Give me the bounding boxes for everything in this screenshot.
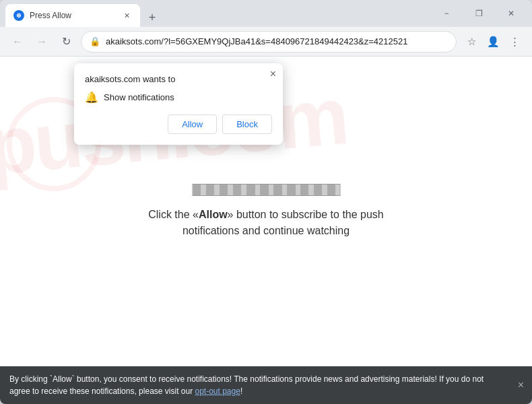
permission-text: Show notifications bbox=[104, 92, 174, 102]
active-tab[interactable]: ⊕ Press Allow ✕ bbox=[5, 4, 140, 27]
bottom-bar-text-before: By clicking `Allow` button, you consent … bbox=[9, 374, 484, 396]
account-button[interactable]: 👤 bbox=[484, 32, 502, 51]
allow-button[interactable]: Allow bbox=[168, 114, 217, 134]
popup-title: akaiksots.com wants to bbox=[85, 74, 272, 84]
progress-container: Click the «Allow» button to subscribe to… bbox=[133, 184, 399, 239]
popup-permission: 🔔 Show notifications bbox=[85, 91, 272, 104]
url-text: akaiksots.com/?l=56GXEMY9QjJBa41&s=48409… bbox=[106, 36, 448, 46]
tab-close-button[interactable]: ✕ bbox=[121, 10, 132, 21]
forward-button[interactable]: → bbox=[32, 32, 51, 51]
close-window-button[interactable]: ✕ bbox=[496, 3, 527, 24]
bottom-notification-bar: By clicking `Allow` button, you consent … bbox=[0, 366, 532, 404]
bell-icon: 🔔 bbox=[85, 91, 98, 104]
block-button[interactable]: Block bbox=[222, 114, 272, 134]
bottom-bar-text-after: ! bbox=[240, 386, 242, 396]
popup-buttons: Allow Block bbox=[85, 114, 272, 134]
progress-bar bbox=[192, 184, 340, 196]
back-button[interactable]: ← bbox=[8, 32, 27, 51]
opt-out-link[interactable]: opt-out page bbox=[195, 386, 240, 396]
main-text: Click the «Allow» button to subscribe to… bbox=[133, 207, 399, 239]
bottom-bar-close-button[interactable]: × bbox=[518, 377, 524, 393]
maximize-button[interactable]: ❐ bbox=[463, 3, 494, 24]
main-text-strong: Allow bbox=[199, 209, 228, 220]
address-bar: ← → ↻ 🔒 akaiksots.com/?l=56GXEMY9QjJBa41… bbox=[0, 27, 532, 57]
minimize-button[interactable]: − bbox=[431, 3, 462, 24]
address-actions: ☆ 👤 ⋮ bbox=[462, 32, 524, 51]
main-text-before: Click the « bbox=[148, 209, 199, 220]
menu-button[interactable]: ⋮ bbox=[505, 32, 524, 51]
new-tab-button[interactable]: + bbox=[143, 8, 162, 27]
address-box[interactable]: 🔒 akaiksots.com/?l=56GXEMY9QjJBa41&s=484… bbox=[81, 31, 457, 53]
tab-area: ⊕ Press Allow ✕ + bbox=[5, 0, 427, 27]
content-area: push.com × akaiksots.com wants to 🔔 Show… bbox=[0, 57, 532, 366]
browser-window: ⊕ Press Allow ✕ + − ❐ ✕ ← → ↻ 🔒 akaiksot… bbox=[0, 0, 532, 404]
lock-icon: 🔒 bbox=[90, 36, 100, 46]
notification-popup: × akaiksots.com wants to 🔔 Show notifica… bbox=[74, 63, 283, 145]
tab-title: Press Allow bbox=[30, 11, 116, 20]
title-bar: ⊕ Press Allow ✕ + − ❐ ✕ bbox=[0, 0, 532, 27]
popup-close-button[interactable]: × bbox=[270, 69, 276, 79]
bookmark-button[interactable]: ☆ bbox=[462, 32, 481, 51]
reload-button[interactable]: ↻ bbox=[57, 32, 75, 51]
tab-favicon: ⊕ bbox=[13, 10, 24, 21]
window-controls: − ❐ ✕ bbox=[431, 3, 527, 24]
